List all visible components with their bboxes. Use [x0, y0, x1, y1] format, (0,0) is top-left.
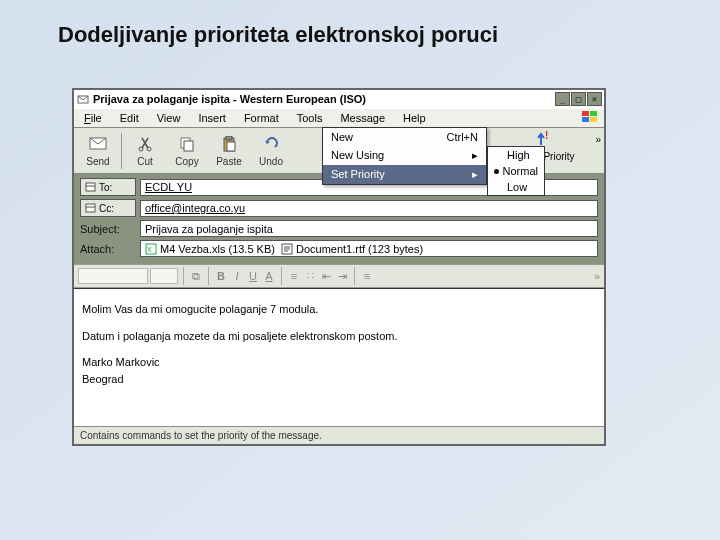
send-button[interactable]: Send — [77, 134, 119, 167]
cut-icon — [135, 134, 155, 154]
font-color-button[interactable]: A — [262, 270, 276, 282]
attachment-1[interactable]: X M4 Vezba.xls (13.5 KB) — [145, 243, 275, 255]
paste-icon — [219, 134, 239, 154]
font-name-dropdown[interactable] — [78, 268, 148, 284]
slide-title: Dodeljivanje prioriteta elektronskoj por… — [58, 22, 720, 48]
cc-button[interactable]: Cc: — [80, 199, 136, 217]
underline-button[interactable]: U — [246, 270, 260, 282]
menu-new-using[interactable]: New Using ▸ — [323, 146, 486, 165]
cut-button[interactable]: Cut — [124, 134, 166, 167]
undo-button[interactable]: Undo — [250, 134, 292, 167]
copy-button[interactable]: Copy — [166, 134, 208, 167]
window-title: Prijava za polaganje ispita - Western Eu… — [93, 93, 555, 105]
send-icon — [88, 134, 108, 154]
compose-window: Prijava za polaganje ispita - Western Eu… — [72, 88, 606, 446]
close-button[interactable]: × — [587, 92, 602, 106]
subject-label: Subject: — [80, 223, 136, 235]
windows-flag-icon — [580, 110, 602, 126]
number-list-button[interactable]: ≡ — [287, 270, 301, 282]
message-dropdown: New Ctrl+N New Using ▸ Set Priority ▸ — [322, 127, 487, 185]
font-size-dropdown[interactable] — [150, 268, 178, 284]
paste-button[interactable]: Paste — [208, 134, 250, 167]
svg-text:X: X — [147, 246, 152, 253]
app-icon — [76, 93, 89, 106]
toolbar-overflow[interactable]: » — [595, 134, 601, 145]
priority-submenu: High Normal Low — [487, 146, 545, 196]
para-style-icon[interactable]: ⧉ — [189, 270, 203, 283]
menu-tools[interactable]: Tools — [289, 110, 331, 126]
copy-icon — [177, 134, 197, 154]
align-left-button[interactable]: ≡ — [360, 270, 374, 282]
svg-text:!: ! — [545, 131, 548, 141]
body-line-2: Datum i polaganja mozete da mi posaljete… — [82, 328, 596, 345]
bold-button[interactable]: B — [214, 270, 228, 282]
svg-rect-16 — [86, 204, 95, 212]
message-body[interactable]: Molim Vas da mi omogucite polaganje 7 mo… — [74, 288, 604, 426]
signature: Marko Markovic Beograd — [82, 354, 596, 387]
toolbar: Send Cut Copy Paste Undo New Ctrl+N New … — [74, 128, 604, 174]
menu-format[interactable]: Format — [236, 110, 287, 126]
statusbar: Contains commands to set the priority of… — [74, 426, 604, 444]
minimize-button[interactable]: _ — [555, 92, 570, 106]
body-line-1: Molim Vas da mi omogucite polaganje 7 mo… — [82, 301, 596, 318]
undo-icon — [261, 134, 281, 154]
svg-rect-9 — [184, 141, 193, 151]
menu-insert[interactable]: Insert — [190, 110, 234, 126]
svg-rect-11 — [226, 136, 232, 140]
priority-low[interactable]: Low — [488, 179, 544, 195]
cc-field[interactable]: office@integra.co.yu — [140, 200, 598, 217]
to-button[interactable]: To: — [80, 178, 136, 196]
attachment-2[interactable]: Document1.rtf (123 bytes) — [281, 243, 423, 255]
format-overflow[interactable]: » — [594, 270, 600, 282]
address-book-icon — [85, 203, 96, 213]
bullet-icon — [494, 169, 499, 174]
priority-normal[interactable]: Normal — [488, 163, 544, 179]
svg-rect-1 — [582, 111, 589, 116]
format-toolbar: ⧉ B I U A ≡ ∷ ⇤ ⇥ ≡ » — [74, 264, 604, 288]
menu-set-priority[interactable]: Set Priority ▸ — [323, 165, 486, 184]
rtf-icon — [281, 243, 293, 255]
maximize-button[interactable]: □ — [571, 92, 586, 106]
menu-message[interactable]: Message — [332, 110, 393, 126]
italic-button[interactable]: I — [230, 270, 244, 282]
menubar: File Edit View Insert Format Tools Messa… — [74, 108, 604, 128]
svg-rect-3 — [582, 117, 589, 122]
attach-label: Attach: — [80, 243, 136, 255]
bullet-list-button[interactable]: ∷ — [303, 270, 317, 283]
menu-file[interactable]: File — [76, 110, 110, 126]
priority-high[interactable]: High — [488, 147, 544, 163]
address-book-icon — [85, 182, 96, 192]
titlebar: Prijava za polaganje ispita - Western Eu… — [74, 90, 604, 108]
svg-point-6 — [139, 147, 143, 151]
menu-help[interactable]: Help — [395, 110, 434, 126]
outdent-button[interactable]: ⇤ — [319, 270, 333, 283]
menu-view[interactable]: View — [149, 110, 189, 126]
svg-rect-12 — [227, 142, 235, 151]
subject-field[interactable]: Prijava za polaganje ispita — [140, 220, 598, 237]
attach-field[interactable]: X M4 Vezba.xls (13.5 KB) Document1.rtf (… — [140, 240, 598, 257]
svg-rect-14 — [86, 183, 95, 191]
indent-button[interactable]: ⇥ — [335, 270, 349, 283]
xls-icon: X — [145, 243, 157, 255]
svg-point-7 — [147, 147, 151, 151]
menu-edit[interactable]: Edit — [112, 110, 147, 126]
svg-rect-4 — [590, 117, 597, 122]
menu-new[interactable]: New Ctrl+N — [323, 128, 486, 146]
svg-rect-2 — [590, 111, 597, 116]
